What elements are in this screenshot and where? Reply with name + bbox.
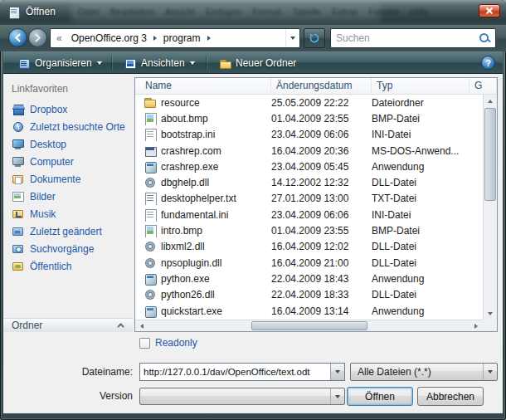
sidebar-item-label: Desktop	[30, 139, 66, 150]
bmp-file-icon	[144, 112, 157, 125]
file-row[interactable]: resource25.05.2009 22:22Dateiordner	[135, 95, 483, 110]
version-select[interactable]	[139, 388, 345, 405]
search-box[interactable]	[330, 28, 496, 48]
filename-dropdown-button[interactable]	[330, 364, 344, 380]
open-button[interactable]: Öffnen	[347, 387, 413, 406]
desktop-icon	[12, 138, 24, 150]
vertical-scroll-thumb[interactable]	[484, 108, 496, 201]
readonly-option[interactable]: Readonly	[139, 337, 197, 349]
organize-icon	[17, 56, 31, 70]
forward-button[interactable]	[28, 28, 47, 47]
scroll-left-arrow[interactable]	[135, 320, 148, 331]
file-row[interactable]: bootstrap.ini23.04.2009 06:06INI-Datei	[135, 127, 483, 143]
horizontal-scrollbar[interactable]	[135, 320, 483, 331]
horizontal-scroll-thumb[interactable]	[251, 321, 367, 330]
file-row[interactable]: crashrep.com16.04.2009 20:36MS-DOS-Anwen…	[135, 143, 483, 159]
cancel-button[interactable]: Abbrechen	[417, 387, 484, 406]
file-date-cell: 01.04.2009 23:55	[271, 225, 372, 237]
exe-file-icon	[144, 160, 157, 173]
breadcrumb-overflow-chevron[interactable]: «	[51, 32, 66, 44]
file-type-cell: TXT-Datei	[372, 193, 483, 204]
refresh-button[interactable]	[304, 28, 325, 48]
sidebar-item-label: Zuletzt geändert	[30, 226, 102, 237]
refresh-icon	[309, 32, 320, 44]
file-type-cell: MS-DOS-Anwend...	[372, 145, 483, 157]
ghost-menu-item: Format	[252, 7, 281, 17]
sidebar-item-dropbox[interactable]: Dropbox	[3, 100, 133, 118]
file-type-cell: DLL-Datei	[372, 241, 483, 252]
column-header-type[interactable]: Typ	[372, 78, 470, 94]
filename-input[interactable]	[140, 364, 330, 380]
search-input[interactable]	[331, 32, 479, 44]
sidebar-item-music[interactable]: Musik	[3, 205, 133, 222]
file-row[interactable]: crashrep.exe23.04.2009 05:45Anwendung	[135, 159, 483, 174]
file-name-cell: resource	[144, 96, 271, 110]
folders-expander[interactable]: Ordner	[3, 318, 133, 332]
file-date-cell: 23.04.2009 06:06	[271, 129, 372, 140]
column-header-date[interactable]: Änderungsdatum	[271, 78, 372, 94]
readonly-checkbox[interactable]	[139, 338, 150, 349]
file-row[interactable]: python26.dll22.04.2009 18:33DLL-Datei	[135, 287, 483, 303]
vertical-scrollbar[interactable]	[483, 95, 497, 320]
sidebar-item-public[interactable]: Öffentlich	[3, 257, 133, 275]
favorites-list: DropboxZuletzt besuchte OrteDesktopCompu…	[3, 100, 133, 275]
file-row[interactable]: npsoplugin.dll16.04.2009 21:00DLL-Datei	[135, 255, 483, 271]
close-icon	[486, 7, 493, 14]
file-row[interactable]: desktophelper.txt27.01.2009 13:00TXT-Dat…	[135, 191, 483, 207]
file-date-cell: 22.04.2009 18:33	[271, 289, 372, 300]
new-folder-button[interactable]: Neuer Ordner	[211, 54, 304, 72]
file-form: Readonly Dateiname: Alle Dateien (*.*) V…	[3, 332, 503, 413]
sidebar-item-searches[interactable]: Suchvorgänge	[3, 240, 133, 257]
back-button[interactable]	[8, 28, 27, 47]
scroll-right-arrow[interactable]	[470, 320, 483, 331]
views-button[interactable]: Ansichten	[116, 54, 202, 72]
file-row[interactable]: python.exe22.04.2009 18:43Anwendung	[135, 271, 483, 286]
address-bar[interactable]: « OpenOffice.org 3program	[50, 28, 300, 48]
scroll-up-arrow[interactable]	[484, 95, 497, 107]
documents-icon	[12, 173, 24, 185]
filetype-dropdown-button[interactable]	[483, 364, 497, 380]
sidebar-item-desktop[interactable]: Desktop	[3, 135, 133, 153]
organize-button[interactable]: Organisieren	[10, 54, 109, 72]
file-row[interactable]: libxml2.dll16.04.2009 12:02DLL-Datei	[135, 239, 483, 255]
dropbox-icon	[12, 103, 24, 115]
sidebar-item-documents[interactable]: Dokumente	[3, 170, 133, 188]
filetype-select[interactable]: Alle Dateien (*.*)	[350, 363, 498, 381]
sidebar-item-label: Öffentlich	[30, 261, 71, 272]
chevron-down-icon	[335, 370, 340, 374]
sidebar-item-computer[interactable]: Computer	[3, 153, 133, 170]
search-icon[interactable]	[479, 32, 491, 45]
ini-file-icon	[144, 208, 157, 222]
ghost-menu-item: Einfügen	[206, 7, 241, 17]
sidebar-item-recent[interactable]: Zuletzt besuchte Orte	[3, 118, 133, 135]
file-list-view: Name Änderungsdatum Typ G resource25.05.…	[134, 77, 498, 332]
close-button[interactable]	[479, 4, 500, 17]
file-row[interactable]: dbghelp.dll14.12.2002 12:32DLL-Datei	[135, 174, 483, 190]
file-row[interactable]: fundamental.ini23.04.2009 06:06INI-Datei	[135, 207, 483, 222]
version-label: Version	[3, 390, 133, 402]
column-header-name[interactable]: Name	[135, 78, 271, 94]
version-dropdown-button[interactable]	[330, 388, 344, 404]
file-type-cell: DLL-Datei	[372, 257, 483, 269]
sidebar-item-recent-changed[interactable]: Zuletzt geändert	[3, 222, 133, 240]
file-row[interactable]: quickstart.exe16.04.2009 13:14Anwendung	[135, 303, 483, 319]
breadcrumb-arrow-icon[interactable]	[153, 36, 157, 41]
dll-file-icon	[144, 240, 157, 253]
address-dropdown-button[interactable]	[285, 29, 299, 47]
file-type-cell: BMP-Datei	[372, 225, 483, 237]
navigation-bar: « OpenOffice.org 3program	[0, 25, 506, 51]
column-header-size[interactable]: G	[470, 78, 497, 94]
help-button[interactable]: ?	[481, 56, 495, 70]
dll-file-icon	[144, 288, 157, 301]
organize-label: Organisieren	[35, 57, 92, 69]
music-icon	[12, 208, 24, 220]
file-date-cell: 27.01.2009 13:00	[271, 193, 372, 204]
sidebar-item-pictures[interactable]: Bilder	[3, 188, 133, 205]
breadcrumb-arrow-icon[interactable]	[207, 36, 211, 41]
breadcrumb-item[interactable]: program	[158, 29, 206, 47]
breadcrumb-item[interactable]: OpenOffice.org 3	[66, 29, 152, 47]
scrollbar-corner	[483, 320, 497, 331]
file-row[interactable]: about.bmp01.04.2009 23:55BMP-Datei	[135, 110, 483, 126]
file-row[interactable]: intro.bmp01.04.2009 23:55BMP-Datei	[135, 222, 483, 238]
scroll-down-arrow[interactable]	[484, 307, 497, 320]
